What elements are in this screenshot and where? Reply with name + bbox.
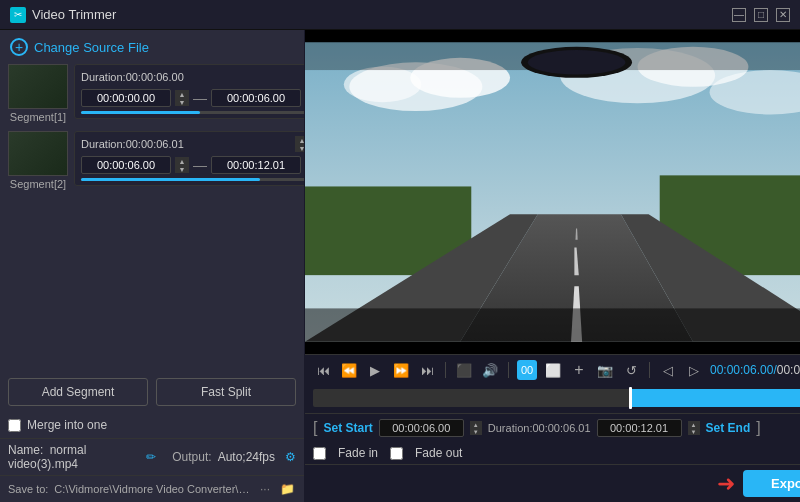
export-button[interactable]: Export [743, 470, 800, 497]
merge-row: Merge into one [0, 414, 304, 438]
segment1-end-wrap [211, 89, 301, 107]
trim-bracket-right: ] [756, 419, 760, 437]
change-source-label: Change Source File [34, 40, 149, 55]
snap-btn[interactable]: ⬜ [543, 360, 563, 380]
save-icons: ··· 📁 [256, 480, 296, 498]
refresh-btn[interactable]: ↺ [621, 360, 641, 380]
plus-icon: + [10, 38, 28, 56]
main-layout: + Change Source File Segment[1] Duration… [0, 30, 800, 502]
trim-end-down[interactable]: ▼ [688, 428, 700, 435]
save-folder-btn[interactable]: 📁 [278, 480, 296, 498]
segment1-start-input[interactable] [81, 89, 171, 107]
segment-controls-2: Duration:00:00:06.01 ▲ ▼ ✕ ▲ ▼ [74, 131, 304, 186]
loop-active-btn[interactable]: 00 [517, 360, 537, 380]
skip-end-btn[interactable]: ⏭ [417, 360, 437, 380]
fast-split-button[interactable]: Fast Split [156, 378, 296, 406]
set-start-btn[interactable]: Set Start [323, 421, 372, 435]
rewind-btn[interactable]: ⏪ [339, 360, 359, 380]
svg-rect-18 [305, 308, 800, 341]
file-name-label: Name: normal video(3).mp4 [8, 443, 140, 471]
file-info-row: Name: normal video(3).mp4 ✏ Output: Auto… [0, 438, 304, 475]
output-label: Output: [172, 450, 211, 464]
frame-fwd-btn[interactable]: ▷ [684, 360, 704, 380]
video-preview [305, 30, 800, 354]
timeline-fill [629, 389, 800, 407]
merge-checkbox[interactable] [8, 419, 21, 432]
frame-back-btn[interactable]: ◁ [658, 360, 678, 380]
add-segment-button[interactable]: Add Segment [8, 378, 148, 406]
fade-in-checkbox[interactable] [313, 447, 326, 460]
app-title: Video Trimmer [32, 7, 116, 22]
fade-in-label: Fade in [338, 446, 378, 460]
time-total: 00:00:12.01 [777, 363, 800, 377]
volume-btn[interactable]: 🔊 [480, 360, 500, 380]
segment2-start-input[interactable] [81, 156, 171, 174]
segment2-end-wrap [211, 156, 301, 174]
merge-label: Merge into one [27, 418, 107, 432]
segment2-end-input[interactable] [211, 156, 301, 174]
save-path: C:\Vidmore\Vidmore Video Converter\Video… [54, 483, 250, 495]
segment2-up-btn[interactable]: ▲ [295, 136, 304, 144]
maximize-button[interactable]: □ [754, 8, 768, 22]
segment-thumb-2 [8, 131, 68, 176]
time-display: 00:00:06.00/00:00:12.01 [710, 363, 800, 377]
fade-out-checkbox[interactable] [390, 447, 403, 460]
trim-start-input[interactable] [379, 419, 464, 437]
trim-start-down[interactable]: ▼ [470, 428, 482, 435]
trim-duration-label: Duration:00:00:06.01 [488, 422, 591, 434]
timeline-handle[interactable] [629, 387, 632, 409]
segment-label-2: Segment[2] [10, 178, 66, 190]
trim-start-spinners: ▲ ▼ [470, 421, 482, 435]
app-icon: ✂ [10, 7, 26, 23]
edit-icon[interactable]: ✏ [146, 450, 156, 464]
timeline-area[interactable] [305, 385, 800, 413]
close-button[interactable]: ✕ [776, 8, 790, 22]
trim-end-input[interactable] [597, 419, 682, 437]
left-panel: + Change Source File Segment[1] Duration… [0, 30, 305, 502]
title-bar: ✂ Video Trimmer — □ ✕ [0, 0, 800, 30]
dash-sep-2: — [193, 157, 207, 173]
timeline-track[interactable] [313, 389, 800, 407]
segment1-start-up[interactable]: ▲ [175, 90, 189, 98]
fade-row: Fade in Fade out [305, 442, 800, 464]
segment-thumb-1 [8, 64, 68, 109]
segment2-start-up[interactable]: ▲ [175, 157, 189, 165]
skip-back-btn[interactable]: ⏮ [313, 360, 333, 380]
segment-duration-2: Duration:00:00:06.01 ▲ ▼ ✕ [81, 136, 304, 152]
controls-bar: ⏮ ⏪ ▶ ⏩ ⏭ ⬛ 🔊 00 ⬜ + 📷 ↺ ◁ ▷ 00:00:06.00… [305, 354, 800, 385]
export-row: ➜ Export [305, 464, 800, 502]
screenshot-btn[interactable]: 📷 [595, 360, 615, 380]
segment2-start-wrap [81, 156, 171, 174]
segment1-start-down[interactable]: ▼ [175, 98, 189, 106]
trim-start-up[interactable]: ▲ [470, 421, 482, 428]
change-source-btn[interactable]: + Change Source File [0, 30, 304, 64]
segment1-start-wrap [81, 89, 171, 107]
segment1-times: ▲ ▼ — ▲ ▼ [81, 89, 304, 107]
segment-block-2: Segment[2] Duration:00:00:06.01 ▲ ▼ ✕ [8, 131, 296, 190]
add-btn[interactable]: + [569, 360, 589, 380]
save-more-btn[interactable]: ··· [256, 480, 274, 498]
set-end-btn[interactable]: Set End [706, 421, 751, 435]
right-panel: ⏮ ⏪ ▶ ⏩ ⏭ ⬛ 🔊 00 ⬜ + 📷 ↺ ◁ ▷ 00:00:06.00… [305, 30, 800, 502]
segment1-progress [81, 111, 304, 114]
segment2-progress-fill [81, 178, 260, 181]
crop-btn[interactable]: ⬛ [454, 360, 474, 380]
segment2-down-btn[interactable]: ▼ [295, 144, 304, 152]
gear-icon[interactable]: ⚙ [285, 450, 296, 464]
svg-point-17 [528, 50, 626, 74]
bottom-buttons: Add Segment Fast Split [0, 370, 304, 414]
dash-sep-1: — [193, 90, 207, 106]
minimize-button[interactable]: — [732, 8, 746, 22]
export-arrow-icon: ➜ [717, 471, 735, 497]
trim-bracket-left: [ [313, 419, 317, 437]
segment-controls-1: Duration:00:00:06.00 ▲ ▼ ▲ ▼ [74, 64, 304, 119]
trim-end-up[interactable]: ▲ [688, 421, 700, 428]
video-preview-svg [305, 30, 800, 354]
segment1-end-input[interactable] [211, 89, 301, 107]
segment1-progress-fill [81, 111, 200, 114]
forward-btn[interactable]: ⏩ [391, 360, 411, 380]
play-btn[interactable]: ▶ [365, 360, 385, 380]
segment-duration-1: Duration:00:00:06.00 ▲ ▼ [81, 69, 304, 85]
segment2-start-down[interactable]: ▼ [175, 165, 189, 173]
save-to-label: Save to: [8, 483, 48, 495]
